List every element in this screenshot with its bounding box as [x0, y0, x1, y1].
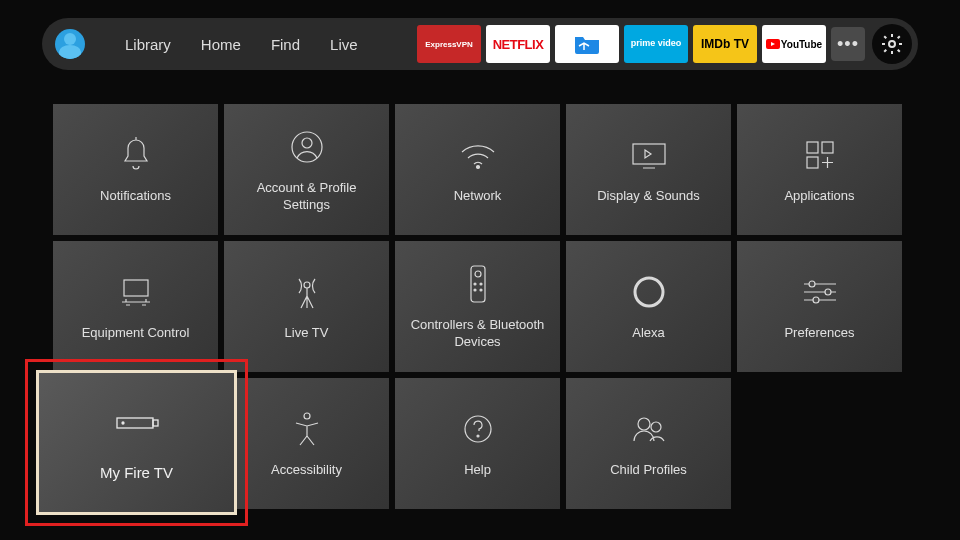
tile-notifications[interactable]: Notifications — [53, 104, 218, 235]
tile-network[interactable]: Network — [395, 104, 560, 235]
antenna-icon — [291, 271, 323, 313]
gear-icon — [880, 32, 904, 56]
svg-rect-6 — [822, 142, 833, 153]
svg-point-1 — [292, 132, 322, 162]
svg-point-19 — [813, 297, 819, 303]
svg-point-17 — [809, 281, 815, 287]
tile-account[interactable]: Account & Profile Settings — [224, 104, 389, 235]
tile-label: Equipment Control — [74, 325, 198, 342]
tile-equipment[interactable]: Equipment Control — [53, 241, 218, 372]
nav-live[interactable]: Live — [330, 36, 358, 53]
more-apps-button[interactable]: ••• — [831, 27, 865, 61]
app-youtube[interactable]: YouTube — [762, 25, 826, 63]
tv-icon — [629, 134, 669, 176]
youtube-play-icon — [766, 39, 780, 49]
app-imdb-tv[interactable]: IMDb TV — [693, 25, 757, 63]
svg-point-21 — [465, 416, 491, 442]
tile-label: Alexa — [624, 325, 673, 342]
app-expressvpn[interactable]: ExpressVPN — [417, 25, 481, 63]
svg-point-14 — [474, 289, 476, 291]
tile-applications[interactable]: Applications — [737, 104, 902, 235]
profile-avatar[interactable] — [55, 29, 85, 59]
svg-point-23 — [638, 418, 650, 430]
tile-label: Help — [456, 462, 499, 479]
bell-icon — [119, 134, 153, 176]
app-youtube-label: YouTube — [781, 39, 822, 50]
svg-point-16 — [635, 278, 663, 306]
tile-label: Account & Profile Settings — [224, 180, 389, 214]
user-icon — [290, 126, 324, 168]
svg-point-15 — [480, 289, 482, 291]
svg-point-26 — [122, 422, 124, 424]
apps-icon — [803, 134, 837, 176]
selection-highlight: My Fire TV — [25, 359, 248, 526]
tile-label: Accessibility — [263, 462, 350, 479]
tile-display[interactable]: Display & Sounds — [566, 104, 731, 235]
tile-label: Child Profiles — [602, 462, 695, 479]
tile-label: My Fire TV — [100, 464, 173, 481]
tile-accessibility[interactable]: Accessibility — [224, 378, 389, 509]
tile-child-profiles[interactable]: Child Profiles — [566, 378, 731, 509]
svg-point-18 — [825, 289, 831, 295]
nav-find[interactable]: Find — [271, 36, 300, 53]
svg-point-2 — [302, 138, 312, 148]
accessibility-icon — [292, 408, 322, 450]
tile-livetv[interactable]: Live TV — [224, 241, 389, 372]
top-bar: Library Home Find Live ExpressVPN NETFLI… — [42, 18, 918, 70]
tile-label: Controllers & Bluetooth Devices — [395, 317, 560, 351]
svg-point-22 — [477, 435, 479, 437]
svg-rect-5 — [807, 142, 818, 153]
svg-rect-4 — [633, 144, 665, 164]
help-icon — [462, 408, 494, 450]
svg-rect-7 — [807, 157, 818, 168]
tile-help[interactable]: Help — [395, 378, 560, 509]
remote-icon — [469, 263, 487, 305]
tile-label: Network — [446, 188, 510, 205]
tile-my-fire-tv[interactable]: My Fire TV — [36, 370, 237, 515]
tile-label: Live TV — [277, 325, 337, 342]
svg-point-0 — [889, 41, 895, 47]
firetv-stick-icon — [113, 404, 161, 442]
settings-button[interactable] — [872, 24, 912, 64]
svg-point-20 — [304, 413, 310, 419]
app-prime-video[interactable]: prime video — [624, 25, 688, 63]
app-shortcuts: ExpressVPN NETFLIX prime video IMDb TV Y… — [417, 24, 918, 64]
tile-alexa[interactable]: Alexa — [566, 241, 731, 372]
svg-point-24 — [651, 422, 661, 432]
tile-label: Preferences — [776, 325, 862, 342]
svg-point-13 — [480, 283, 482, 285]
wifi-icon — [458, 134, 498, 176]
svg-rect-8 — [124, 280, 148, 296]
nav-library[interactable]: Library — [125, 36, 171, 53]
sliders-icon — [800, 271, 840, 313]
alexa-icon — [632, 271, 666, 313]
equipment-icon — [116, 271, 156, 313]
app-netflix[interactable]: NETFLIX — [486, 25, 550, 63]
svg-rect-27 — [153, 420, 158, 426]
tile-preferences[interactable]: Preferences — [737, 241, 902, 372]
svg-point-9 — [304, 282, 310, 288]
tile-label: Display & Sounds — [589, 188, 708, 205]
svg-point-3 — [476, 166, 479, 169]
app-file-explorer[interactable] — [555, 25, 619, 63]
nav-home[interactable]: Home — [201, 36, 241, 53]
svg-point-12 — [474, 283, 476, 285]
tile-label: Notifications — [92, 188, 179, 205]
svg-point-11 — [475, 271, 481, 277]
tile-controllers[interactable]: Controllers & Bluetooth Devices — [395, 241, 560, 372]
tile-label: Applications — [776, 188, 862, 205]
nav-tabs: Library Home Find Live — [125, 36, 358, 53]
child-profiles-icon — [630, 408, 668, 450]
